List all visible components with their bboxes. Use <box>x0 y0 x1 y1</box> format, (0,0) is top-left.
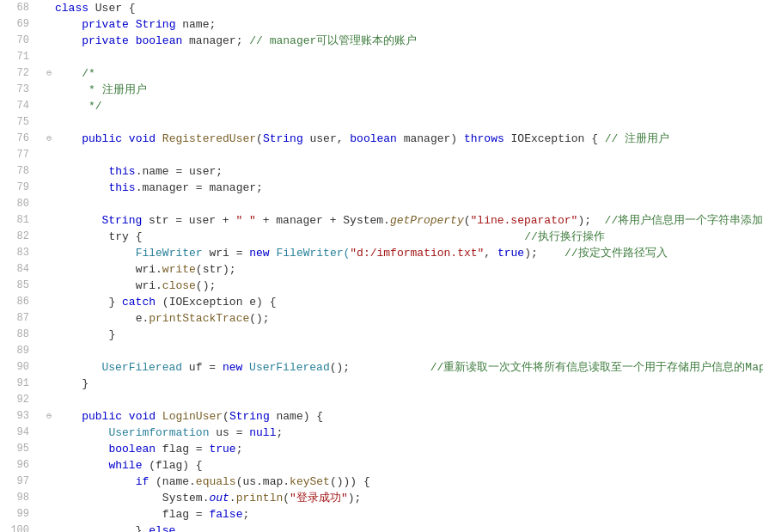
code-token: .manager = manager; <box>136 180 263 196</box>
no-fold-icon <box>43 196 55 212</box>
code-token: ; <box>236 441 243 457</box>
no-fold-icon <box>43 49 55 65</box>
line-number: 100 <box>3 523 29 532</box>
code-token <box>55 229 108 245</box>
line-number: 71 <box>3 49 29 65</box>
code-token: true <box>209 441 235 457</box>
code-token: String <box>136 16 183 33</box>
code-token <box>55 441 108 457</box>
code-line: boolean flag = true; <box>43 441 763 457</box>
code-token: } <box>55 327 115 343</box>
code-line: */ <box>43 98 763 114</box>
line-number: 85 <box>3 278 29 294</box>
line-number: 84 <box>3 261 29 278</box>
fold-icon[interactable]: ⊖ <box>43 131 55 147</box>
line-number: 92 <box>3 392 29 408</box>
code-token: //执行换行操作 <box>524 229 605 245</box>
code-token: ; <box>242 506 249 523</box>
code-token <box>48 212 101 229</box>
code-token: catch <box>122 294 162 310</box>
code-token: class <box>55 0 95 16</box>
line-number: 79 <box>3 180 29 196</box>
code-token: public <box>82 131 129 147</box>
code-token <box>55 245 136 261</box>
no-fold-icon <box>43 114 55 131</box>
code-token <box>55 98 89 114</box>
no-fold-icon <box>43 98 55 114</box>
line-number: 68 <box>3 0 29 16</box>
line-number: 94 <box>3 425 29 441</box>
code-token <box>142 229 524 245</box>
code-token: */ <box>89 98 102 114</box>
code-token <box>48 359 101 376</box>
line-number: 72 <box>3 65 29 82</box>
line-number: 70 <box>3 33 29 49</box>
code-token <box>55 180 108 196</box>
no-fold-icon <box>43 147 55 163</box>
code-token: ( <box>256 131 263 147</box>
code-token: name) { <box>276 408 323 425</box>
code-token: wri. <box>136 278 162 294</box>
code-token <box>55 163 108 180</box>
code-token: (); <box>249 310 269 327</box>
code-token: RegisteredUser <box>162 131 256 147</box>
code-line: private boolean manager; // manager可以管理账… <box>43 33 763 49</box>
code-token: private <box>82 33 135 49</box>
code-line: System.out.println("登录成功"); <box>43 490 763 506</box>
code-token: this <box>108 163 135 180</box>
code-token: (flag) { <box>142 457 202 474</box>
code-line: wri.close(); <box>43 278 763 294</box>
code-token: FileWriter <box>136 245 210 261</box>
code-line: try { //执行换行操作 <box>43 229 763 245</box>
code-token: String <box>263 131 310 147</box>
code-token <box>55 457 108 474</box>
code-token: Userimformation <box>108 425 216 441</box>
code-line: private String name; <box>43 16 763 33</box>
no-fold-icon <box>43 441 55 457</box>
code-line: e.printStackTrace(); <box>43 310 763 327</box>
line-number: 83 <box>3 245 29 261</box>
code-content[interactable]: class User { private String name; privat… <box>36 0 763 532</box>
code-line <box>43 147 763 163</box>
line-number: 99 <box>3 506 29 523</box>
code-token <box>55 425 108 441</box>
code-token: (); <box>330 359 370 376</box>
code-token: str = user + <box>149 212 235 229</box>
no-fold-icon <box>43 261 55 278</box>
code-token: write <box>162 261 196 278</box>
line-number: 90 <box>3 359 29 376</box>
code-token: ); <box>348 490 362 506</box>
code-token: try { <box>108 229 142 245</box>
code-token: printStackTrace <box>149 310 249 327</box>
line-number: 89 <box>3 343 29 359</box>
no-fold-icon <box>43 506 55 523</box>
line-number: 98 <box>3 490 29 506</box>
no-fold-icon <box>43 33 55 49</box>
code-token: println <box>236 490 284 506</box>
code-token: } <box>55 523 149 532</box>
code-token: ; <box>276 425 283 441</box>
code-line: FileWriter wri = new FileWriter("d:/imfo… <box>43 245 763 261</box>
code-token: else <box>149 523 175 532</box>
no-fold-icon <box>43 163 55 180</box>
code-token: User { <box>95 0 136 16</box>
code-token: new <box>249 245 276 261</box>
code-token: "line.separator" <box>471 212 578 229</box>
code-line: wri.write(str); <box>43 261 763 278</box>
code-line <box>43 392 763 408</box>
code-token: //按定文件路径写入 <box>551 245 667 261</box>
line-number: 69 <box>3 16 29 33</box>
code-editor: 6869707172737475767778798081828384858687… <box>0 0 763 532</box>
fold-icon[interactable]: ⊖ <box>43 408 55 425</box>
code-token: out <box>209 490 229 506</box>
line-number: 76 <box>3 131 29 147</box>
code-token: void <box>129 131 162 147</box>
code-line: if (name.equals(us.map.keySet())) { <box>43 474 763 490</box>
code-token <box>55 474 136 490</box>
code-token: LoginUser <box>162 408 223 425</box>
code-token <box>55 490 162 506</box>
code-token: ); <box>577 212 604 229</box>
fold-icon[interactable]: ⊖ <box>43 65 55 82</box>
code-token: wri. <box>136 261 162 278</box>
code-token <box>55 16 82 33</box>
